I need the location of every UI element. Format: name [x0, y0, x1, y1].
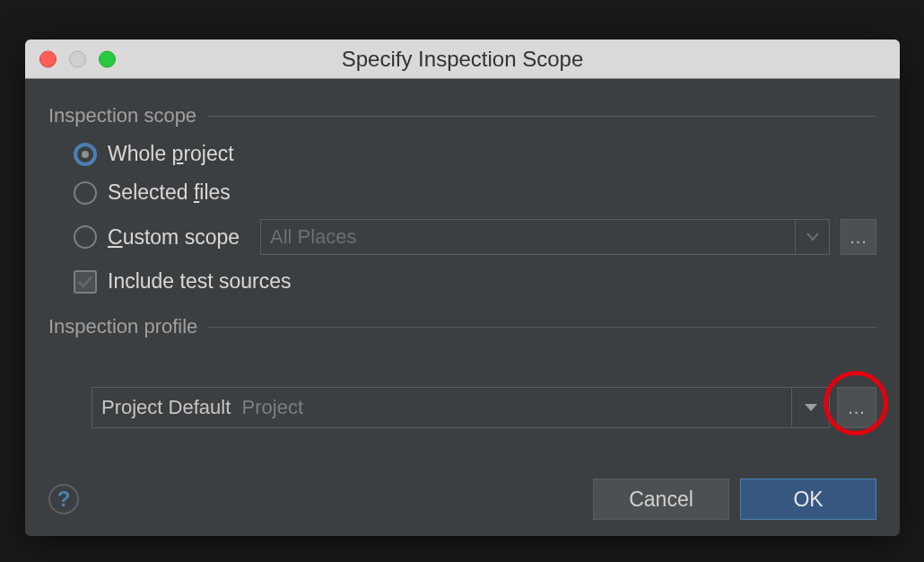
divider	[208, 327, 876, 328]
chevron-down-icon	[795, 220, 829, 254]
radio-icon	[74, 143, 97, 166]
section-label: Inspection scope	[48, 104, 196, 127]
button-label: Cancel	[629, 487, 693, 512]
radio-icon	[74, 181, 97, 205]
inspection-scope-dialog: Specify Inspection Scope Inspection scop…	[25, 40, 900, 536]
ellipsis-icon: ...	[850, 227, 867, 248]
help-icon: ?	[57, 487, 71, 512]
ellipsis-icon: ...	[848, 398, 866, 418]
button-label: OK	[793, 487, 823, 512]
close-window-icon[interactable]	[39, 50, 57, 67]
radio-label: Whole project	[108, 142, 234, 166]
help-button[interactable]: ?	[48, 484, 79, 514]
custom-scope-dropdown[interactable]: All Places	[260, 219, 830, 255]
radio-icon	[74, 225, 97, 249]
zoom-window-icon[interactable]	[99, 50, 116, 67]
chevron-down-icon	[791, 388, 829, 427]
checkbox-icon	[74, 270, 97, 294]
checkbox-label: Include test sources	[108, 269, 292, 294]
section-inspection-profile: Inspection profile	[48, 315, 876, 338]
inspection-profile-dropdown[interactable]: Project Default Project	[92, 387, 830, 428]
dropdown-value: Project Default Project	[92, 396, 791, 419]
inspection-profile-browse-button[interactable]: ...	[837, 387, 876, 428]
cancel-button[interactable]: Cancel	[593, 479, 729, 520]
radio-label: Custom scope	[108, 225, 240, 250]
checkbox-include-test-sources[interactable]: Include test sources	[74, 269, 876, 294]
radio-selected-files[interactable]: Selected files	[74, 180, 876, 205]
radio-label: Selected files	[108, 180, 231, 205]
radio-custom-scope[interactable]: Custom scope	[74, 225, 249, 250]
ok-button[interactable]: OK	[740, 479, 876, 520]
window-controls	[25, 50, 116, 67]
titlebar: Specify Inspection Scope	[25, 40, 900, 79]
custom-scope-browse-button[interactable]: ...	[841, 219, 876, 255]
dialog-title: Specify Inspection Scope	[342, 47, 584, 72]
dropdown-value: All Places	[261, 225, 795, 249]
section-label: Inspection profile	[48, 315, 197, 338]
minimize-window-icon	[69, 50, 86, 67]
radio-whole-project[interactable]: Whole project	[74, 142, 876, 166]
divider	[207, 116, 876, 117]
section-inspection-scope: Inspection scope	[48, 104, 876, 127]
